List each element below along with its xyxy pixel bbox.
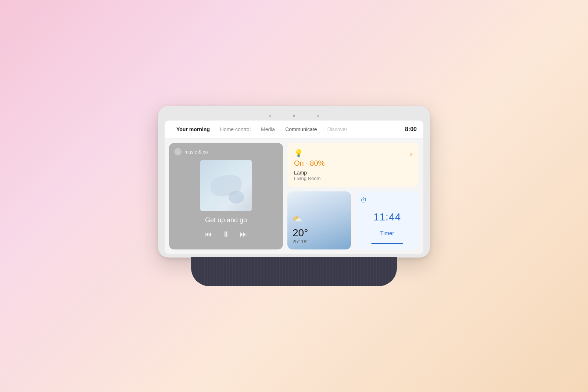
weather-card[interactable]: ⛅ 20° 25° 18°: [287, 191, 351, 249]
nav-item-media[interactable]: Media: [256, 125, 280, 134]
lamp-name: Lamp: [294, 170, 325, 176]
weather-top: ⛅: [293, 215, 346, 224]
sensor-dot-right: [317, 115, 319, 117]
timer-time: 11:44: [361, 211, 414, 223]
music-service-icon: ♪: [174, 148, 182, 155]
lamp-info: 💡 On · 80% Lamp Living Room: [294, 149, 325, 181]
lamp-icon: 💡: [294, 149, 325, 158]
lamp-status-text: On · 80%: [294, 159, 325, 168]
right-column: 💡 On · 80% Lamp Living Room ›: [287, 143, 419, 249]
bottom-row: ⛅ 20° 25° 18° ⏱ 11:44 Timer: [287, 191, 419, 249]
nav-item-your-morning[interactable]: Your morning: [171, 125, 215, 134]
album-art: [200, 160, 252, 211]
lamp-card[interactable]: 💡 On · 80% Lamp Living Room ›: [287, 143, 419, 187]
music-controls: ⏮ ⏸ ⏭: [205, 230, 247, 238]
lamp-room: Living Room: [294, 176, 325, 181]
weather-icon: ⛅: [293, 215, 302, 224]
content-area: ♪ music & co Get up and go ⏮ ⏸ ⏭: [165, 139, 423, 254]
nav-item-discover[interactable]: Discover: [322, 125, 352, 134]
music-card[interactable]: ♪ music & co Get up and go ⏮ ⏸ ⏭: [169, 143, 283, 249]
speaker-fabric-texture: [191, 257, 397, 286]
pause-button[interactable]: ⏸: [222, 230, 230, 238]
camera-center: [293, 115, 295, 117]
next-button[interactable]: ⏭: [240, 230, 247, 238]
google-nest-hub-device: Your morning Home control Media Communic…: [158, 106, 430, 286]
clock-display: 8:00: [405, 126, 417, 133]
timer-card[interactable]: ⏱ 11:44 Timer: [355, 191, 419, 249]
speaker-base: [191, 257, 397, 286]
music-header: ♪ music & co: [174, 148, 208, 155]
timer-label: Timer: [361, 230, 414, 236]
device-screen: Your morning Home control Media Communic…: [165, 121, 423, 254]
nav-bar: Your morning Home control Media Communic…: [165, 121, 423, 139]
prev-button[interactable]: ⏮: [205, 230, 212, 238]
timer-progress-bar: [371, 243, 403, 244]
device-body: Your morning Home control Media Communic…: [158, 106, 430, 258]
lamp-chevron-icon[interactable]: ›: [410, 150, 412, 158]
sensor-row: [165, 112, 423, 121]
weather-range: 25° 18°: [293, 239, 346, 244]
nav-item-communicate[interactable]: Communicate: [280, 125, 322, 134]
weather-temperature: 20°: [293, 227, 346, 239]
timer-icon: ⏱: [361, 197, 414, 204]
lamp-status-row: 💡 On · 80% Lamp Living Room ›: [294, 149, 412, 181]
music-title: Get up and go: [205, 216, 247, 224]
sensor-dot-left: [269, 115, 271, 117]
music-service-name: music & co: [184, 149, 208, 155]
nav-item-home-control[interactable]: Home control: [215, 125, 256, 134]
